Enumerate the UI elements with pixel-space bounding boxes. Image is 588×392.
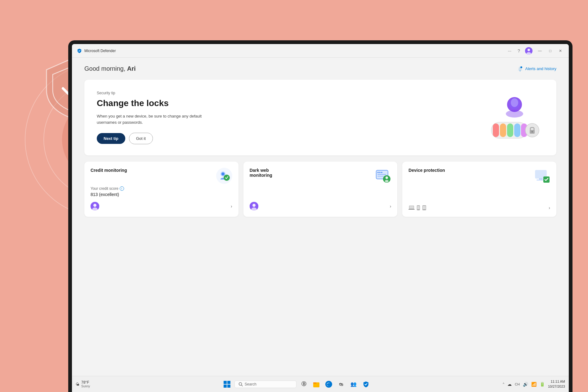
svg-point-28	[381, 172, 382, 173]
title-bar: Microsoft Defender ··· ? — □ ✕	[72, 44, 569, 58]
taskbar-bing-icon[interactable]: Ⓑ	[299, 379, 309, 389]
svg-rect-57	[313, 382, 316, 384]
svg-point-33	[385, 180, 389, 182]
greeting: Good morning, Ari	[84, 65, 136, 72]
taskbar-edge-icon[interactable]	[324, 379, 334, 389]
card-header-device: Device protection	[408, 168, 550, 184]
device-card-title: Device protection	[408, 168, 445, 173]
defender-icon	[77, 48, 82, 53]
svg-rect-12	[514, 123, 520, 137]
svg-point-6	[511, 98, 518, 107]
search-text: Search	[245, 382, 256, 386]
battery-icon: 🔋	[540, 382, 545, 387]
svg-rect-29	[377, 174, 386, 175]
taskbar-teams-icon[interactable]: 👥	[349, 379, 359, 389]
svg-point-3	[520, 66, 522, 68]
credit-card-icon	[216, 168, 232, 184]
cloud-icon: ☁	[507, 382, 512, 387]
svg-rect-43	[409, 206, 414, 209]
card-footer-device: ›	[408, 205, 550, 211]
card-footer-darkweb: ›	[250, 202, 391, 211]
svg-rect-11	[507, 123, 513, 137]
windows-start-button[interactable]	[222, 379, 232, 389]
taskbar-defender-icon[interactable]	[361, 379, 371, 389]
weather-icon: 🌤	[76, 382, 79, 386]
network-icon[interactable]: 📶	[531, 382, 537, 387]
tip-actions: Next tip Got it	[97, 133, 482, 144]
svg-point-1	[528, 49, 530, 51]
taskbar-store-icon[interactable]: 🛍	[336, 379, 346, 389]
taskbar-explorer-icon[interactable]	[311, 379, 321, 389]
tip-illustration	[482, 93, 544, 142]
card-footer-credit: ›	[91, 202, 232, 211]
darkweb-card-title: Dark webmonitoring	[250, 168, 272, 178]
weather-description: Sunny	[81, 385, 90, 388]
language-icon: CH	[515, 382, 520, 386]
device-card-icon	[534, 168, 550, 184]
svg-rect-50	[224, 381, 227, 384]
svg-point-27	[379, 172, 381, 173]
credit-subtitle: Your credit score i	[91, 186, 232, 191]
title-bar-left: Microsoft Defender	[77, 48, 116, 53]
volume-icon[interactable]: 🔊	[523, 382, 528, 387]
tip-label: Security tip	[97, 91, 482, 95]
date: 10/27/2023	[548, 384, 565, 389]
svg-rect-39	[539, 178, 543, 180]
taskbar-search[interactable]: Search	[234, 381, 296, 388]
svg-rect-9	[493, 123, 499, 137]
minimize-button[interactable]: —	[536, 48, 544, 54]
search-icon	[238, 382, 243, 386]
temperature: 78°F	[81, 380, 90, 385]
app-title: Microsoft Defender	[84, 49, 116, 53]
darkweb-card-icon	[375, 168, 391, 184]
close-button[interactable]: ✕	[557, 48, 564, 54]
tablet-icon	[422, 205, 426, 211]
got-it-button[interactable]: Got it	[129, 133, 153, 144]
darkweb-user-avatar	[250, 202, 258, 211]
dark-web-monitoring-card: Dark webmonitoring	[243, 162, 398, 217]
svg-point-26	[377, 172, 379, 173]
svg-point-35	[252, 204, 256, 207]
bell-icon	[517, 66, 523, 72]
laptop-icon	[408, 205, 415, 210]
darkweb-card-arrow[interactable]: ›	[390, 204, 391, 209]
svg-point-22	[93, 204, 96, 207]
svg-rect-48	[423, 206, 426, 209]
svg-rect-52	[224, 385, 227, 388]
alerts-history-button[interactable]: Alerts and history	[517, 66, 556, 72]
credit-user-avatar	[91, 202, 99, 211]
taskbar-right: ^ ☁ CH 🔊 📶 🔋 11:11 AM 10/27/2023	[503, 379, 565, 389]
help-icon[interactable]: ?	[516, 47, 521, 55]
svg-rect-45	[417, 206, 420, 209]
card-header-darkweb: Dark webmonitoring	[250, 168, 391, 184]
device-protection-card: Device protection	[402, 162, 556, 217]
time: 11:11 AM	[548, 379, 565, 384]
more-options-icon[interactable]: ···	[506, 47, 513, 55]
svg-rect-10	[500, 123, 506, 137]
app-window: Microsoft Defender ··· ? — □ ✕	[72, 44, 569, 392]
svg-rect-51	[227, 381, 230, 384]
svg-rect-30	[377, 176, 384, 177]
chevron-up-icon[interactable]: ^	[503, 382, 504, 386]
maximize-button[interactable]: □	[547, 48, 553, 54]
device-frame: Microsoft Defender ··· ? — □ ✕	[68, 40, 572, 392]
svg-point-7	[506, 110, 523, 118]
svg-point-19	[221, 172, 225, 176]
taskbar-left: 🌤 78°F Sunny	[76, 380, 90, 388]
tip-content: Security tip Change the locks When you g…	[97, 91, 482, 144]
svg-rect-53	[227, 385, 230, 388]
tip-description: When you get a new device, be sure to ch…	[97, 113, 221, 125]
alerts-label: Alerts and history	[525, 66, 556, 71]
main-content: Good morning, Ari Alerts and history	[72, 58, 569, 376]
svg-point-32	[385, 176, 388, 179]
device-card-arrow[interactable]: ›	[549, 205, 550, 210]
page-header: Good morning, Ari Alerts and history	[84, 65, 556, 72]
card-header-credit: Credit monitoring	[91, 168, 232, 184]
user-avatar[interactable]	[525, 47, 532, 55]
credit-card-arrow[interactable]: ›	[231, 204, 232, 209]
lock-illustration	[482, 93, 544, 142]
clock: 11:11 AM 10/27/2023	[548, 379, 565, 389]
device-icons	[408, 205, 426, 211]
info-icon[interactable]: i	[120, 186, 124, 191]
next-tip-button[interactable]: Next tip	[97, 133, 125, 144]
